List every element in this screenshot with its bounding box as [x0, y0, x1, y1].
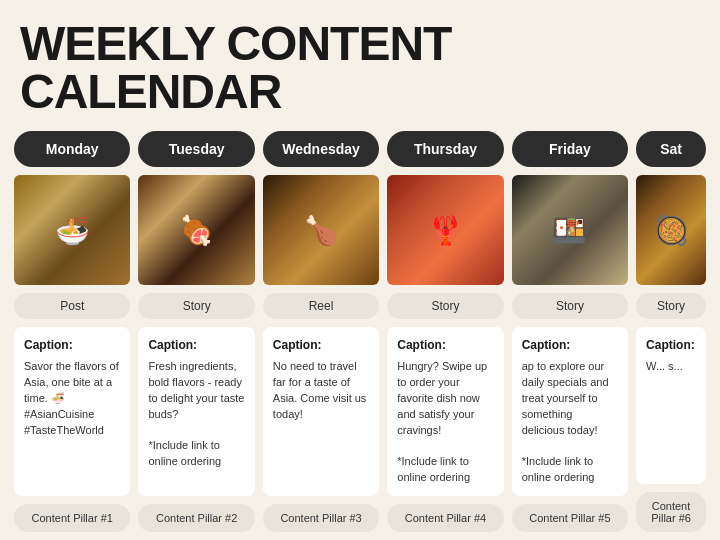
- caption-text: Hungry? Swipe up to order your favorite …: [397, 359, 493, 487]
- caption-box-wednesday: Caption: No need to travel far for a tas…: [263, 327, 379, 496]
- pillar-badge-tuesday: Content Pillar #2: [138, 504, 254, 532]
- page-title: WEEKLY CONTENT CALENDAR: [0, 0, 720, 131]
- day-header-friday: Friday: [512, 131, 628, 167]
- caption-box-sat: Caption: W... s...: [636, 327, 706, 484]
- caption-label: Caption:: [24, 337, 120, 354]
- day-header-tuesday: Tuesday: [138, 131, 254, 167]
- caption-label: Caption:: [397, 337, 493, 354]
- caption-box-monday: Caption: Savor the flavors of Asia, one …: [14, 327, 130, 496]
- day-header-sat: Sat: [636, 131, 706, 167]
- pillar-badge-thursday: Content Pillar #4: [387, 504, 503, 532]
- caption-label: Caption:: [522, 337, 618, 354]
- food-emoji: 🍜: [14, 175, 130, 285]
- day-column-friday: Friday 🍱 Story Caption: ap to explore ou…: [508, 131, 632, 532]
- day-header-monday: Monday: [14, 131, 130, 167]
- day-column-monday: Monday 🍜 Post Caption: Savor the flavors…: [10, 131, 134, 532]
- day-column-sat: Sat 🥘 Story Caption: W... s... Content P…: [632, 131, 710, 532]
- caption-label: Caption:: [646, 337, 696, 354]
- day-header-wednesday: Wednesday: [263, 131, 379, 167]
- caption-box-tuesday: Caption: Fresh ingredients, bold flavors…: [138, 327, 254, 496]
- caption-label: Caption:: [148, 337, 244, 354]
- content-type-badge-wednesday: Reel: [263, 293, 379, 319]
- food-image-friday: 🍱: [512, 175, 628, 285]
- pillar-badge-friday: Content Pillar #5: [512, 504, 628, 532]
- day-column-thursday: Thursday 🦞 Story Caption: Hungry? Swipe …: [383, 131, 507, 532]
- content-type-badge-sat: Story: [636, 293, 706, 319]
- day-header-thursday: Thursday: [387, 131, 503, 167]
- food-emoji: 🦞: [387, 175, 503, 285]
- calendar-container: Monday 🍜 Post Caption: Savor the flavors…: [0, 131, 720, 532]
- food-image-wednesday: 🍗: [263, 175, 379, 285]
- food-image-thursday: 🦞: [387, 175, 503, 285]
- caption-text: No need to travel far for a taste of Asi…: [273, 359, 369, 423]
- day-column-wednesday: Wednesday 🍗 Reel Caption: No need to tra…: [259, 131, 383, 532]
- food-emoji: 🍱: [512, 175, 628, 285]
- day-column-tuesday: Tuesday 🍖 Story Caption: Fresh ingredien…: [134, 131, 258, 532]
- caption-text: Fresh ingredients, bold flavors - ready …: [148, 359, 244, 471]
- food-emoji: 🍖: [138, 175, 254, 285]
- caption-box-friday: Caption: ap to explore our daily special…: [512, 327, 628, 496]
- caption-text: W... s...: [646, 359, 696, 375]
- content-type-badge-tuesday: Story: [138, 293, 254, 319]
- pillar-badge-sat: Content Pillar #6: [636, 492, 706, 532]
- content-type-badge-thursday: Story: [387, 293, 503, 319]
- food-image-sat: 🥘: [636, 175, 706, 285]
- food-image-tuesday: 🍖: [138, 175, 254, 285]
- food-image-monday: 🍜: [14, 175, 130, 285]
- content-type-badge-friday: Story: [512, 293, 628, 319]
- food-emoji: 🥘: [636, 175, 706, 285]
- caption-box-thursday: Caption: Hungry? Swipe up to order your …: [387, 327, 503, 496]
- caption-label: Caption:: [273, 337, 369, 354]
- pillar-badge-wednesday: Content Pillar #3: [263, 504, 379, 532]
- caption-text: Savor the flavors of Asia, one bite at a…: [24, 359, 120, 439]
- caption-text: ap to explore our daily specials and tre…: [522, 359, 618, 487]
- pillar-badge-monday: Content Pillar #1: [14, 504, 130, 532]
- content-type-badge-monday: Post: [14, 293, 130, 319]
- food-emoji: 🍗: [263, 175, 379, 285]
